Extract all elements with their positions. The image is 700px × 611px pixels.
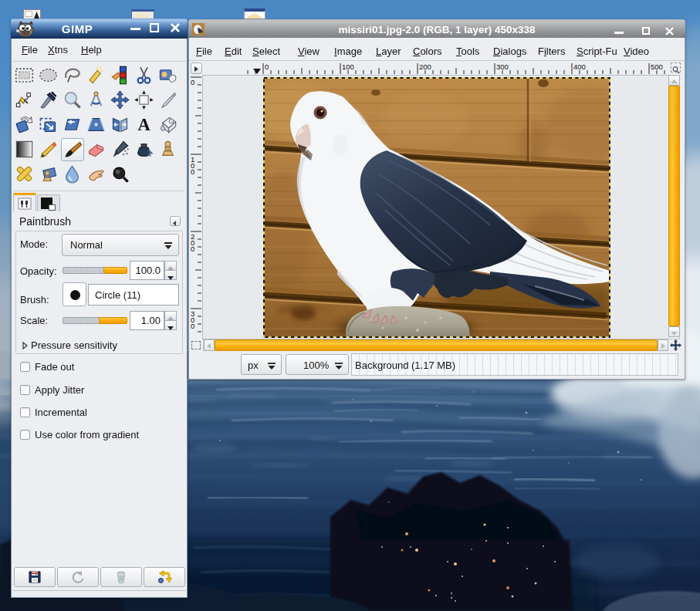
svg-text:0: 0 [191,245,194,253]
svg-text:200: 200 [419,62,431,71]
svg-text:500: 500 [651,62,663,71]
svg-text:100: 100 [342,62,354,71]
svg-text:A: A [137,115,150,134]
svg-text:0: 0 [191,78,194,86]
svg-text:400: 400 [573,62,586,71]
svg-text:0: 0 [265,62,269,71]
svg-text:0: 0 [191,322,194,330]
svg-text:0: 0 [191,167,194,176]
svg-text:300: 300 [496,62,509,71]
